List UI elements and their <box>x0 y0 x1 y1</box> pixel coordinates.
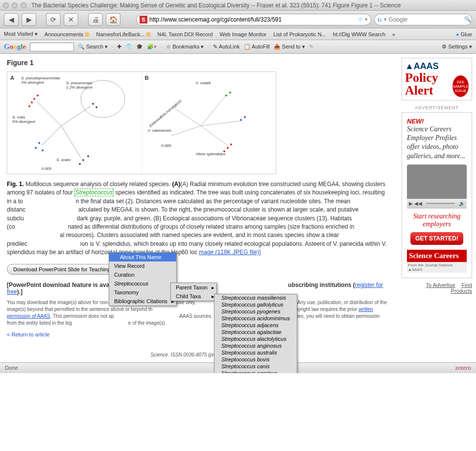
search-input[interactable] <box>389 16 462 23</box>
rss-icon: ▧ <box>146 31 150 37</box>
autolink-button[interactable]: ✎ AutoLink <box>213 44 239 50</box>
bookmark-item[interactable]: NamesforLifeBack... ▧ <box>96 31 150 37</box>
url-bar[interactable]: S ☆ ▾ <box>136 14 371 25</box>
svg-line-20 <box>201 126 228 145</box>
toolbar-icon[interactable]: ✚ <box>117 44 121 50</box>
taxon-item[interactable]: Streptococcus agalactiae <box>214 329 297 335</box>
figure-label: Figure 1 <box>7 59 391 67</box>
forward-button[interactable]: ▶ <box>22 13 36 26</box>
bookmarks-bar: Most Visited ▾ Announcements ▧ NamesforL… <box>0 28 476 40</box>
toolbar-icon[interactable]: 🧩▾ <box>147 44 157 50</box>
browser-search[interactable]: G ▾ 🔍 <box>374 14 472 25</box>
stop-button[interactable]: ✕ <box>64 13 78 26</box>
bookmark-item[interactable]: Most Visited ▾ <box>4 31 38 37</box>
tree-svg <box>142 72 276 174</box>
taxon-item[interactable]: Streptococcus gallolyticus <box>214 301 297 308</box>
context-menu-main: About This Name View Record Curation Str… <box>109 252 177 306</box>
return-link[interactable]: < Return to article <box>7 332 49 337</box>
sendto-button[interactable]: 📤 Send to ▾ <box>274 44 305 50</box>
taxon-item[interactable]: Streptococcus massiliensis <box>214 294 297 301</box>
svg-point-26 <box>229 92 231 94</box>
settings-button[interactable]: ⚙ Settings ▾ <box>442 44 472 50</box>
bookmark-item[interactable]: Web Image Monitor <box>219 31 266 37</box>
svg-line-18 <box>171 126 201 136</box>
taxon-item[interactable]: Streptococcus bovis <box>214 356 297 363</box>
toolbar-icon[interactable]: ✎ <box>309 44 313 50</box>
close-window-icon[interactable] <box>3 2 9 8</box>
svg-point-14 <box>92 103 94 105</box>
google-toolbar: Google 🔍 Search ▾ · ✚ 👕 🎓 🧩▾ · ☆ Bookmar… <box>0 40 476 54</box>
taxon-item[interactable]: Streptococcus pyogenes <box>214 308 297 315</box>
streptococcus-link[interactable]: Streptococcus <box>74 189 114 196</box>
zotero-button[interactable]: zotero <box>455 364 471 372</box>
zoom-window-icon[interactable] <box>21 2 26 8</box>
aaas-logo: ▲AAAS <box>405 61 469 71</box>
bookmark-item[interactable]: N4L Taxon DOI Record <box>157 31 213 37</box>
bookmark-item[interactable]: Announcements ▧ <box>45 31 90 37</box>
bookmark-overflow[interactable]: » <box>392 31 395 37</box>
toolbar-icon[interactable]: 👕 <box>125 44 132 50</box>
bookmarks-button[interactable]: ☆ Bookmarks ▾ <box>166 44 204 50</box>
svg-point-7 <box>28 105 30 107</box>
menu-item-biblio[interactable]: Bibliographic Citations <box>109 297 176 306</box>
get-started-button[interactable]: GET STARTED! <box>410 232 463 245</box>
taxon-item[interactable]: Streptococcus anginosus <box>214 342 297 349</box>
download-ppt-button[interactable]: Download PowerPoint Slide for Teaching <box>7 264 117 275</box>
figure-caption: Fig. 1. Multilocus sequence analysis of … <box>7 180 391 257</box>
menu-item-view-record[interactable]: View Record <box>109 261 176 270</box>
ad-cta-text: Start researching employers <box>407 213 467 228</box>
bookmark-item[interactable]: ht://Dig WWW Search <box>333 31 385 37</box>
svg-point-15 <box>95 106 97 108</box>
svg-point-12 <box>87 155 89 157</box>
bookmark-item[interactable]: List of Prokaryotic N... <box>273 31 326 37</box>
new-label: NEW! <box>407 118 467 125</box>
taxon-item[interactable]: Streptococcus australis <box>214 349 297 356</box>
menu-item-streptococcus[interactable]: Streptococcus <box>109 279 176 288</box>
google-icon: G <box>378 17 382 23</box>
figure-panel-b: B V. ordalii Enterovibrio norvegicus V. … <box>142 72 276 174</box>
svg-point-16 <box>81 80 125 118</box>
menu-item-parent-taxon[interactable]: Parent Taxon <box>171 283 216 292</box>
science-careers-ad[interactable]: NEW! Science Careers Employer Profiles o… <box>402 112 472 278</box>
sample-issue-icon[interactable]: SEE SAMPLE ISSUE <box>452 75 469 97</box>
svg-line-3 <box>61 106 91 126</box>
video-controls[interactable]: ▶ ◀◀ 🔊 <box>407 199 467 209</box>
home-button[interactable]: 🏠 <box>106 13 120 26</box>
svg-point-9 <box>35 147 37 149</box>
toolbar-icon[interactable]: 🎓 <box>136 44 143 50</box>
aaas-policy-alert-ad[interactable]: ▲AAAS Policy Alert SEE SAMPLE ISSUE <box>402 58 472 100</box>
traffic-lights <box>3 2 26 8</box>
search-icon[interactable]: 🔍 <box>464 16 471 23</box>
toolbar-sep: · <box>112 44 113 50</box>
image-link[interactable]: mage (118K JPEG file)] <box>199 249 261 256</box>
taxon-item[interactable]: Streptococcus adjacens <box>214 322 297 329</box>
feed-icon[interactable]: ☆ <box>358 16 363 23</box>
glue-button[interactable]: ● Glue <box>456 31 472 37</box>
svg-point-27 <box>240 119 242 121</box>
dropdown-icon[interactable]: ▾ <box>365 16 368 23</box>
context-menu-taxonomy: Parent Taxon Child Taxa <box>170 283 217 301</box>
google-toolbar-search[interactable] <box>30 43 74 51</box>
taxon-item[interactable]: Streptococcus canis <box>214 363 297 370</box>
google-logo[interactable]: Google <box>4 43 26 51</box>
taxon-item[interactable]: Streptococcus caprinus <box>214 370 297 373</box>
taxon-item[interactable]: Streptococcus acidominimus <box>214 315 297 322</box>
svg-line-21 <box>201 121 240 126</box>
taxon-item[interactable]: Streptococcus alactolyticus <box>214 335 297 342</box>
menu-item-curation[interactable]: Curation <box>109 270 176 279</box>
minimize-window-icon[interactable] <box>12 2 18 8</box>
reload-button[interactable]: ⟳ <box>46 13 61 26</box>
back-button[interactable]: ◀ <box>4 13 19 26</box>
to-advertise-link[interactable]: To Advertise <box>426 282 455 288</box>
ad-video[interactable]: ▶ ◀◀ 🔊 <box>407 165 467 209</box>
issn-text: Science. ISSN 0036-8075 (print), 1095-92… <box>7 352 391 357</box>
google-search-button[interactable]: 🔍 Search ▾ <box>78 44 108 50</box>
science-careers-logo: Science Careers <box>407 250 467 262</box>
autofill-button[interactable]: 📋 AutoFill <box>244 44 270 50</box>
url-input[interactable] <box>149 16 356 23</box>
menu-item-taxonomy[interactable]: Taxonomy <box>109 288 176 297</box>
print-button[interactable]: 🖨 <box>88 13 103 26</box>
svg-line-17 <box>171 106 201 126</box>
svg-point-5 <box>31 101 33 103</box>
menu-item-child-taxa[interactable]: Child Taxa <box>171 292 216 301</box>
